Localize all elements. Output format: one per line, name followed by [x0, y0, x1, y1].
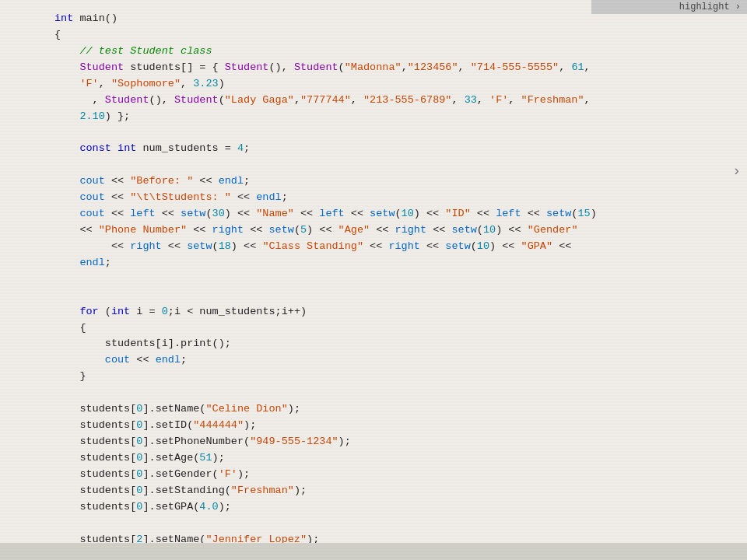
- line-7: 2.10) };: [54, 109, 747, 125]
- line-6: , Student(), Student("Lady Gaga","777744…: [54, 93, 747, 109]
- line-16: endl;: [54, 255, 747, 271]
- line-24: [54, 385, 747, 401]
- line-20: {: [54, 320, 747, 337]
- line-15: << right << setw(18) << "Class Standing"…: [54, 239, 747, 255]
- screen: highlight › int main() { // test Student…: [0, 0, 747, 560]
- line-2: {: [54, 27, 747, 44]
- line-3: // test Student class: [54, 44, 747, 60]
- line-22: cout << endl;: [54, 352, 747, 369]
- line-13: cout << left << setw(30) << "Name" << le…: [54, 206, 747, 222]
- line-12: cout << "\t\tStudents: " << endl;: [54, 190, 747, 206]
- line-28: students[0].setAge(51);: [54, 450, 747, 467]
- code-editor: highlight › int main() { // test Student…: [0, 0, 747, 560]
- line-25: students[0].setName("Celine Dion");: [54, 401, 747, 418]
- line-31: students[0].setGPA(4.0);: [54, 499, 747, 516]
- line-1: int main(): [54, 11, 747, 27]
- line-5: 'F', "Sophomore", 3.23): [54, 76, 747, 93]
- line-18: [54, 288, 747, 304]
- line-14: << "Phone Number" << right << setw(5) <<…: [54, 222, 747, 239]
- line-4: Student students[] = { Student(), Studen…: [54, 60, 747, 76]
- line-27: students[0].setPhoneNumber("949-555-1234…: [54, 434, 747, 450]
- line-29: students[0].setGender('F');: [54, 467, 747, 483]
- line-32: [54, 516, 747, 532]
- line-26: students[0].setID("444444");: [54, 418, 747, 434]
- line-9: const int num_students = 4;: [54, 141, 747, 157]
- line-8: [54, 124, 747, 141]
- line-19: for (int i = 0;i < num_students;i++): [54, 304, 747, 320]
- code-area: int main() { // test Student class Stude…: [54, 6, 747, 560]
- line-11: cout << "Before: " << endl;: [54, 173, 747, 190]
- line-17: [54, 271, 747, 288]
- line-10: [54, 157, 747, 173]
- bottom-bar: [0, 543, 747, 560]
- line-21: students[i].print();: [54, 336, 747, 352]
- mouse-cursor: ›: [732, 163, 741, 179]
- line-30: students[0].setStanding("Freshman");: [54, 483, 747, 499]
- line-23: }: [54, 369, 747, 385]
